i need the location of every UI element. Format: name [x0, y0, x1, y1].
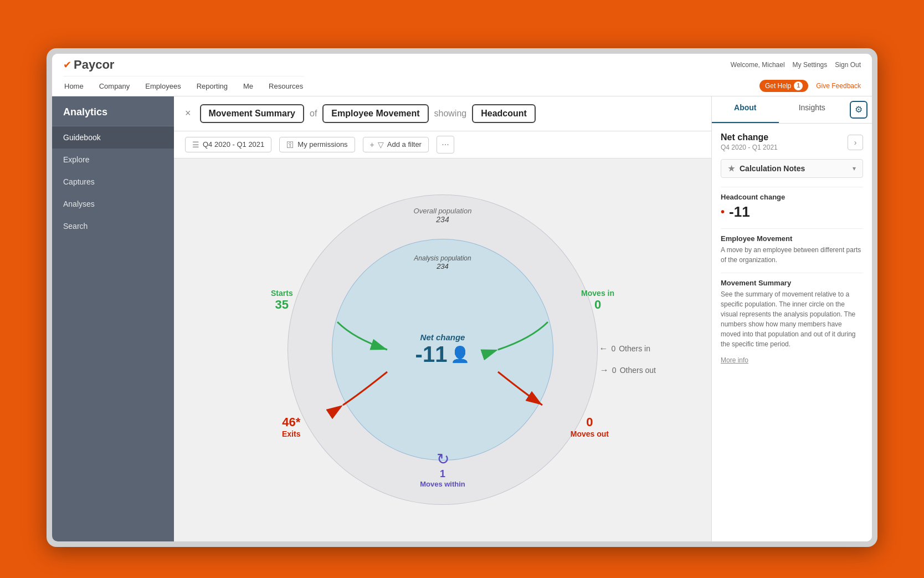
analysis-pop-text: Analysis population: [414, 254, 471, 262]
divider: [721, 187, 863, 187]
star-icon: ★: [728, 164, 735, 173]
moves-out-value: 0: [571, 415, 609, 429]
get-help-label: Get Help: [765, 82, 791, 90]
more-icon: ···: [442, 140, 449, 150]
plus-icon: +: [370, 140, 374, 149]
refresh-icon: ↻: [420, 450, 465, 468]
employee-movement-pill[interactable]: Employee Movement: [322, 104, 428, 123]
others-out-value: 0: [612, 366, 617, 375]
permissions-filter[interactable]: ⚿ My permissions: [279, 137, 355, 152]
person-icon: 👤: [450, 345, 470, 364]
add-filter-button[interactable]: + ▽ Add a filter: [363, 137, 429, 152]
more-options-button[interactable]: ···: [437, 136, 454, 154]
others-out-row: → 0 Others out: [600, 365, 656, 375]
others-in-value: 0: [611, 344, 615, 353]
add-filter-label: Add a filter: [387, 140, 422, 149]
moves-within-text: Moves within: [420, 480, 465, 488]
headcount-pill[interactable]: Headcount: [472, 104, 536, 123]
nav-company[interactable]: Company: [98, 82, 131, 90]
content-area: × Movement Summary of Employee Movement …: [174, 96, 711, 541]
right-panel-tabs: About Insights ⚙: [712, 96, 872, 124]
top-actions: Get Help 1 Give Feedback: [759, 80, 861, 92]
net-change-center: Net change -11 👤: [415, 333, 470, 367]
nav-resources[interactable]: Resources: [268, 82, 304, 90]
moves-out-label: 0 Moves out: [571, 415, 609, 438]
divider2: [721, 228, 863, 229]
filter-bar: ☰ Q4 2020 - Q1 2021 ⚿ My permissions + ▽…: [174, 131, 711, 158]
others-out-label: Others out: [620, 366, 656, 375]
diagram-container: Overall population 234 Analysis populati…: [288, 195, 598, 505]
overall-pop-value: 234: [414, 215, 472, 224]
sign-out-link[interactable]: Sign Out: [835, 61, 861, 69]
date-range-filter[interactable]: ☰ Q4 2020 - Q1 2021: [185, 137, 271, 152]
nav-home[interactable]: Home: [63, 82, 85, 90]
moves-in-label: Moves in 0: [581, 289, 614, 312]
chevron-right-button[interactable]: ›: [848, 135, 863, 150]
calculation-notes-label: Calculation Notes: [740, 164, 805, 173]
exits-text: Exits: [282, 429, 300, 438]
overall-pop-text: Overall population: [414, 207, 472, 215]
movement-summary-desc: See the summary of movement relative to …: [721, 289, 863, 349]
filter-icon: ▽: [378, 140, 384, 149]
tab-insights[interactable]: Insights: [779, 96, 846, 123]
employee-movement-title: Employee Movement: [721, 234, 863, 243]
welcome-text: Welcome, Michael: [731, 61, 785, 69]
starts-label: Starts 35: [271, 289, 293, 312]
nav-me[interactable]: Me: [242, 82, 254, 90]
headcount-change-title: Headcount change: [721, 193, 863, 201]
net-change-label: Net change: [415, 333, 470, 342]
logo: ✔ Paycor: [63, 58, 114, 72]
sidebar-item-explore[interactable]: Explore: [52, 149, 174, 171]
net-change-value: -11 👤: [415, 342, 470, 367]
bullet-icon: •: [721, 206, 725, 218]
exits-value: 46*: [282, 415, 300, 429]
calculation-notes-section[interactable]: ★ Calculation Notes ▾: [721, 159, 863, 178]
moves-out-text: Moves out: [571, 429, 609, 438]
rp-top-row: Net change Q4 2020 - Q1 2021 ›: [721, 132, 863, 159]
starts-value: 35: [271, 298, 293, 312]
arrow-right-icon: →: [600, 365, 609, 375]
moves-in-text: Moves in: [581, 289, 614, 298]
chart-area: Overall population 234 Analysis populati…: [174, 158, 711, 541]
showing-label: showing: [434, 109, 467, 119]
headcount-change-value: • -11: [721, 203, 863, 221]
settings-icon-button[interactable]: ⚙: [850, 101, 867, 119]
employee-movement-desc: A move by an employee between different …: [721, 245, 863, 265]
nav-bar: Home Company Employees Reporting Me Reso…: [63, 76, 304, 96]
sidebar: Analytics Guidebook Explore Captures Ana…: [52, 96, 174, 541]
nav-employees[interactable]: Employees: [144, 82, 182, 90]
movement-summary-pill[interactable]: Movement Summary: [200, 104, 305, 123]
analysis-population-label: Analysis population 234: [414, 254, 471, 270]
overall-population-label: Overall population 234: [414, 207, 472, 224]
sidebar-title: Analytics: [52, 96, 174, 126]
sidebar-item-analyses[interactable]: Analyses: [52, 193, 174, 215]
logo-bird-icon: ✔: [63, 59, 71, 71]
tab-about[interactable]: About: [712, 96, 779, 123]
get-help-button[interactable]: Get Help 1: [759, 80, 808, 92]
rp-title: Net change: [721, 132, 778, 142]
starts-text: Starts: [271, 289, 293, 298]
sidebar-item-captures[interactable]: Captures: [52, 171, 174, 193]
give-feedback-link[interactable]: Give Feedback: [816, 82, 861, 90]
rp-subtitle: Q4 2020 - Q1 2021: [721, 144, 778, 151]
nav-reporting[interactable]: Reporting: [196, 82, 229, 90]
my-settings-link[interactable]: My Settings: [793, 61, 828, 69]
chevron-down-icon: ▾: [853, 165, 856, 172]
logo-text: Paycor: [74, 58, 114, 72]
arrow-left-icon: ←: [599, 344, 608, 354]
more-info-link[interactable]: More info: [721, 356, 748, 364]
top-right-links: Welcome, Michael My Settings Sign Out: [731, 61, 861, 69]
of-label: of: [310, 109, 317, 119]
calendar-icon: ☰: [192, 140, 199, 149]
sidebar-item-search[interactable]: Search: [52, 215, 174, 237]
permissions-label: My permissions: [297, 140, 347, 149]
moves-within-label: ↻ 1 Moves within: [420, 450, 465, 488]
sidebar-item-guidebook[interactable]: Guidebook: [52, 126, 174, 149]
others-in-row: ← 0 Others in: [599, 344, 650, 354]
date-range-label: Q4 2020 - Q1 2021: [203, 140, 264, 149]
shield-icon: ⚿: [286, 140, 294, 149]
get-help-badge: 1: [794, 81, 803, 90]
close-button[interactable]: ×: [185, 108, 191, 119]
others-in-label: Others in: [619, 344, 650, 353]
right-panel-content: Net change Q4 2020 - Q1 2021 › ★ Calcula…: [712, 124, 872, 541]
